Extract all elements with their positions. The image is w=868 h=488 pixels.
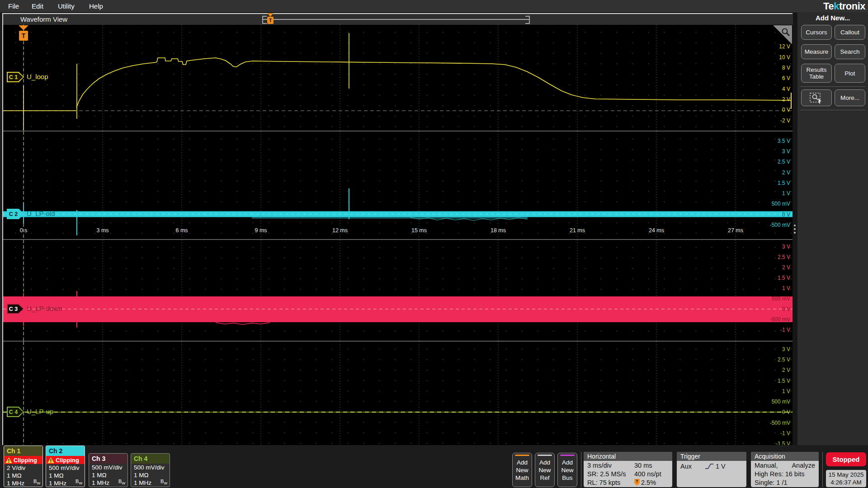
trigger-panel[interactable]: Trigger Aux 1 V [677, 452, 746, 487]
channel3-slice[interactable]: C 3 U_LP-down 3 V 2.5 V 2 V 1.5 V 1 V 50… [3, 240, 793, 341]
scale-label: 3.5 V [778, 138, 790, 144]
trigger-source: Aux [677, 463, 705, 470]
channel2-graticule-and-trace [3, 131, 793, 239]
add-new-math-button[interactable]: Add New Math [512, 453, 532, 487]
ch1-badge-header: Ch 1 [4, 446, 42, 456]
menu-edit[interactable]: Edit [32, 2, 43, 10]
menu-help[interactable]: Help [89, 2, 103, 10]
channel1-badge[interactable]: C 1 [7, 72, 24, 82]
scale-label: 2 V [782, 367, 790, 373]
scale-label: 10 V [779, 54, 790, 61]
channel2-slice[interactable]: C 2 U_LP-old 3.5 V 3 V 2.5 V 2 V 1.5 V 1… [3, 131, 793, 239]
warning-icon [47, 457, 54, 463]
scale-label: -2 V [780, 117, 790, 124]
trigger-position-marker-mini[interactable]: T [267, 13, 274, 24]
horizontal-panel[interactable]: Horizontal 3 ms/div30 ms SR: 2.5 MS/s400… [584, 452, 672, 487]
bandwidth-limit-icon: BW [33, 479, 40, 485]
ch4-settings-badge[interactable]: Ch 4 500 mV/div 1 MΩ 1 MHz BW [131, 453, 170, 487]
warning-icon [5, 457, 12, 463]
acquisition-panel[interactable]: Acquisition Manual,Analyze High Res: 16 … [751, 452, 819, 487]
channel1-slice[interactable]: T C 1 U_loop 12 V 10 V 8 V 6 V 4 V 2 V 0… [3, 25, 793, 131]
channel2-label[interactable]: U_LP-old [27, 210, 55, 217]
waveform-view-panel: Waveform View T [2, 13, 793, 446]
scale-label: 500 mV [772, 296, 790, 302]
trigger-arrow-icon [19, 25, 28, 30]
plot-button[interactable]: Plot [835, 64, 865, 83]
ch4-badge-header: Ch 4 [131, 454, 170, 464]
trigger-t-icon: T [19, 31, 28, 41]
scale-label: 3 V [782, 148, 790, 155]
scale-label: -1 V [780, 327, 790, 333]
trigger-position-flag[interactable]: T [18, 25, 29, 41]
button-line: New [558, 466, 577, 474]
sample-resolution: 400 ns/pt [634, 470, 661, 478]
overview-right-bracket[interactable] [525, 16, 530, 24]
menu-file[interactable]: File [8, 2, 19, 10]
run-stop-status-button[interactable]: Stopped [826, 452, 866, 466]
ch3-vdiv: 500 mV/div [89, 464, 127, 471]
scale-label: 12 V [779, 43, 790, 50]
time-label: 24 ms [641, 227, 672, 234]
channel3-graticule-and-trace [3, 240, 793, 341]
channel3-badge[interactable]: C 3 [7, 304, 24, 314]
scale-label: -500 mV [770, 222, 790, 228]
horizontal-overview-bar[interactable]: T [262, 15, 530, 25]
channel1-label[interactable]: U_loop [27, 73, 48, 80]
ch2-settings-badge[interactable]: Ch 2 Clipping 500 mV/div 1 MΩ 1 MHz BW [46, 446, 85, 487]
button-line: Ref [535, 474, 554, 482]
menu-utility[interactable]: Utility [58, 2, 75, 10]
time-label: 15 ms [403, 227, 435, 234]
acquisition-analyze: Analyze [792, 462, 815, 469]
bus-color-stripe [560, 455, 575, 456]
scale-label: 1 V [782, 190, 790, 197]
ch1-settings-badge[interactable]: Ch 1 Clipping 2 V/div 1 MΩ 1 MHz BW [4, 446, 43, 487]
bandwidth-limit-icon: BW [75, 479, 82, 485]
scale-label: 500 mV [772, 201, 790, 207]
results-table-button[interactable]: Results Table [801, 64, 832, 83]
horizontal-window: 30 ms [634, 462, 652, 469]
scale-label: 3 V [782, 346, 790, 352]
scale-label: 0 V [782, 306, 790, 312]
channel4-badge[interactable]: C 4 [7, 407, 24, 417]
sidebar-separator [800, 110, 865, 110]
overview-left-bracket[interactable] [262, 16, 267, 24]
ch4-vdiv: 500 mV/div [131, 464, 170, 471]
measure-button[interactable]: Measure [801, 44, 832, 59]
date-time-display: 15 May 2025 4:26:37 AM [826, 470, 866, 487]
button-line: Bus [558, 474, 577, 482]
logo-text: tronix [839, 0, 865, 12]
channel2-badge[interactable]: C 2 [7, 209, 24, 219]
add-new-bus-button[interactable]: Add New Bus [557, 453, 577, 487]
cursors-button[interactable]: Cursors [801, 25, 832, 40]
panel-grip-handle[interactable] [794, 225, 796, 236]
scale-label: 0 V [782, 211, 790, 218]
channel4-label[interactable]: U_LP-up [27, 408, 53, 415]
channel4-badge-label: C 4 [7, 407, 24, 417]
scale-label: 1 V [782, 388, 790, 394]
bandwidth-limit-icon: BW [118, 479, 125, 485]
add-new-ref-button[interactable]: Add New Ref [535, 453, 555, 487]
callout-button[interactable]: Callout [835, 25, 865, 40]
scale-label: 1.5 V [778, 275, 790, 281]
sample-rate: SR: 2.5 MS/s [584, 470, 634, 478]
channel3-label[interactable]: U_LP-down [27, 305, 62, 312]
ch2-clipping-warning: Clipping [46, 456, 85, 464]
scale-label: -1.5 V [776, 441, 790, 445]
trigger-level: 1 V [716, 463, 726, 470]
scale-label: 2.5 V [778, 254, 790, 260]
waveform-display[interactable]: T C 1 U_loop 12 V 10 V 8 V 6 V 4 V 2 V 0… [3, 25, 793, 446]
time-label: 0 s [8, 227, 39, 234]
acquisition-mode: Manual, [755, 462, 778, 469]
date-label: 15 May 2025 [826, 471, 866, 479]
search-button[interactable]: Search [835, 44, 865, 59]
ch3-settings-badge[interactable]: Ch 3 500 mV/div 1 MΩ 1 MHz BW [89, 453, 128, 487]
zoom-select-button[interactable] [801, 89, 832, 106]
trigger-t-icon: T [267, 17, 274, 24]
clipping-label: Clipping [56, 457, 79, 464]
scale-label: 3 V [782, 244, 790, 250]
overview-line [262, 19, 530, 20]
scale-label: 2 V [782, 264, 790, 271]
channel4-slice[interactable]: C 4 U_LP-up 3 V 2.5 V 2 V 1.5 V 1 V 500 … [3, 342, 793, 445]
acquisition-resolution: High Res: 16 bits [751, 470, 804, 478]
more-button[interactable]: More... [835, 89, 865, 106]
